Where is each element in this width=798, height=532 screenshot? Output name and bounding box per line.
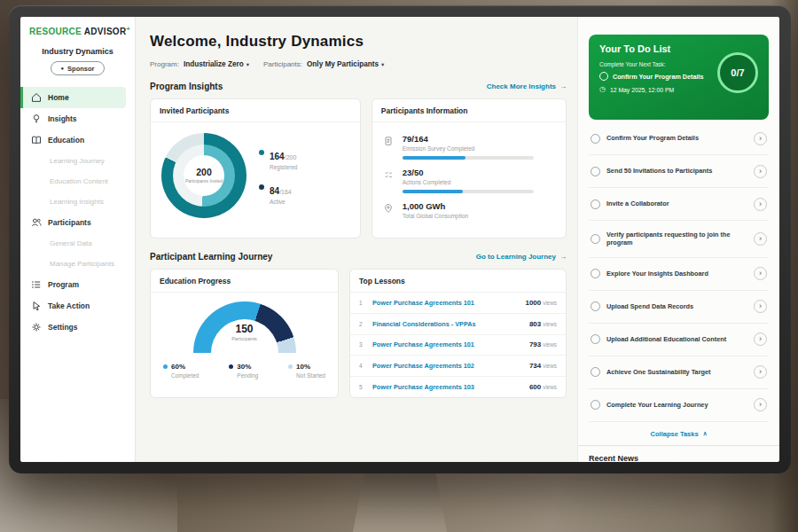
participants-filter-label: Participants: (263, 60, 302, 68)
program-filter-select[interactable]: Industrialize Zero (184, 60, 244, 68)
sidebar-item-label: Take Action (48, 301, 90, 310)
list-icon (31, 279, 42, 290)
sidebar-item-education[interactable]: Education (20, 129, 126, 151)
chevron-right-icon[interactable]: › (754, 332, 767, 346)
sponsor-badge-label: Sponsor (67, 65, 94, 73)
participants-filter-select[interactable]: Only My Participants (307, 60, 379, 68)
task-row-achieve-target[interactable]: Achieve One Sustainability Target › (589, 356, 769, 389)
chevron-right-icon[interactable]: › (754, 300, 767, 313)
info-value: 23/50 (403, 168, 534, 177)
cursor-icon (31, 301, 42, 311)
task-row-confirm-program[interactable]: Confirm Your Program Details › (589, 122, 769, 155)
task-row-upload-spend-data[interactable]: Upload Spend Data Records › (589, 291, 769, 324)
task-checkbox[interactable] (591, 200, 600, 209)
task-checkbox[interactable] (591, 400, 600, 410)
learning-journey-header: Participant Learning Journey Go to Learn… (150, 252, 567, 262)
filter-bar: Program: Industrialize Zero ▾ Participan… (150, 60, 567, 68)
info-card-title: Participants Information (372, 99, 566, 122)
chevron-right-icon[interactable]: › (754, 165, 767, 178)
sidebar-item-label: Home (48, 93, 69, 102)
chevron-right-icon[interactable]: › (754, 267, 767, 280)
invited-donut-center: 200 Participants Invited (184, 155, 224, 196)
task-checkbox[interactable] (591, 234, 600, 244)
lesson-views: 734views (529, 362, 557, 370)
arrow-right-icon: → (559, 253, 567, 261)
go-to-learning-journey-link[interactable]: Go to Learning Journey → (476, 253, 567, 261)
sidebar-item-label: Learning Insights (50, 198, 104, 206)
checklist-icon (383, 168, 395, 193)
task-checkbox[interactable] (591, 367, 600, 377)
task-checkbox[interactable] (591, 269, 600, 278)
sidebar-item-home[interactable]: Home (20, 87, 126, 108)
sidebar-item-program[interactable]: Program (20, 274, 126, 295)
task-row-upload-educational-content[interactable]: Upload Additional Educational Content › (589, 324, 769, 356)
survey-progress-bar (403, 156, 534, 160)
lesson-link[interactable]: Power Purchase Agreements 102 (372, 362, 523, 370)
chevron-right-icon[interactable]: › (754, 198, 767, 211)
sidebar-item-take-action[interactable]: Take Action (20, 295, 126, 317)
task-row-invite-collaborator[interactable]: Invite a Collaborator › (589, 188, 769, 221)
clipboard-icon (383, 134, 395, 160)
lesson-link[interactable]: Power Purchase Agreements 103 (372, 383, 523, 391)
chevron-right-icon[interactable]: › (754, 365, 767, 379)
sidebar-item-participants[interactable]: Participants (20, 212, 126, 233)
learning-journey-title: Participant Learning Journey (150, 252, 272, 262)
task-checkbox[interactable] (591, 334, 600, 344)
chevron-down-icon[interactable]: ▾ (381, 61, 384, 68)
clock-icon: ◷ (599, 86, 606, 93)
task-checkbox[interactable] (599, 72, 608, 81)
sidebar-item-learning-journey[interactable]: Learning Journey (20, 151, 126, 171)
chevron-right-icon[interactable]: › (754, 398, 767, 411)
task-label: Complete Your Learning Journey (606, 401, 747, 410)
lesson-link[interactable]: Power Purchase Agreements 101 (372, 340, 523, 348)
sponsor-dot-icon: ● (60, 66, 64, 71)
sidebar-item-education-content[interactable]: Education Content (20, 171, 126, 192)
arrow-right-icon: → (559, 82, 567, 90)
sidebar-item-label: Education Content (50, 177, 108, 185)
lesson-row: 2 Financial Considerations - VPPAs 803vi… (350, 314, 566, 335)
sponsor-badge[interactable]: ● Sponsor (51, 61, 104, 75)
lesson-link[interactable]: Financial Considerations - VPPAs (372, 320, 523, 328)
info-row-actions: 23/50 Actions Completed (383, 168, 555, 193)
task-row-verify-participants[interactable]: Verify participants requesting to join t… (589, 221, 769, 258)
invited-donut-chart: 200 Participants Invited (161, 133, 246, 218)
task-row-send-invitations[interactable]: Send 50 Invitations to Participants › (589, 155, 769, 188)
link-label: Go to Learning Journey (476, 253, 556, 261)
legend-of: /200 (285, 154, 297, 160)
chevron-right-icon[interactable]: › (754, 132, 767, 145)
todo-progress-ring: 0/7 (717, 52, 758, 93)
task-checkbox[interactable] (591, 167, 600, 176)
lesson-rank: 5 (359, 384, 366, 390)
collapse-caret-icon: ∧ (703, 430, 708, 437)
lesson-row: 1 Power Purchase Agreements 101 1000view… (350, 293, 566, 314)
todo-progress-value: 0/7 (731, 67, 744, 78)
sidebar-item-manage-participants[interactable]: Manage Participants (20, 254, 126, 274)
sidebar-item-insights[interactable]: Insights (20, 108, 126, 129)
info-value: 1,000 GWh (403, 201, 468, 211)
legend-label: Completed (163, 372, 199, 379)
chevron-down-icon[interactable]: ▾ (246, 61, 249, 68)
check-more-insights-link[interactable]: Check More Insights → (487, 82, 567, 90)
invited-legend: 164/200 Registered 84/164 Active (259, 147, 297, 205)
home-icon (31, 92, 42, 103)
task-row-explore-insights[interactable]: Explore Your Insights Dashboard › (589, 258, 769, 291)
chevron-right-icon[interactable]: › (754, 232, 767, 246)
sidebar-item-learning-insights[interactable]: Learning Insights (20, 192, 126, 212)
lesson-row: 4 Power Purchase Agreements 102 734views (350, 356, 566, 377)
task-checkbox[interactable] (591, 134, 600, 144)
task-row-complete-learning-journey[interactable]: Complete Your Learning Journey › (589, 389, 769, 422)
task-label: Explore Your Insights Dashboard (606, 270, 747, 278)
sidebar-item-general-data[interactable]: General Data (20, 233, 126, 254)
brand-plus: + (126, 26, 129, 32)
sidebar-item-settings[interactable]: Settings (20, 317, 126, 338)
task-checkbox[interactable] (591, 301, 600, 311)
program-insights-title: Program Insights (150, 82, 223, 91)
legend-of: /164 (279, 189, 292, 195)
gauge-center-value: 150 (193, 323, 296, 335)
sidebar-item-label: Manage Participants (50, 260, 114, 268)
legend-dot (163, 364, 168, 369)
collapse-tasks-link[interactable]: Collapse Tasks ∧ (589, 422, 769, 445)
invited-center-value: 200 (196, 167, 212, 177)
lesson-link[interactable]: Power Purchase Agreements 101 (372, 299, 519, 307)
program-insights-header: Program Insights Check More Insights → (150, 82, 567, 91)
